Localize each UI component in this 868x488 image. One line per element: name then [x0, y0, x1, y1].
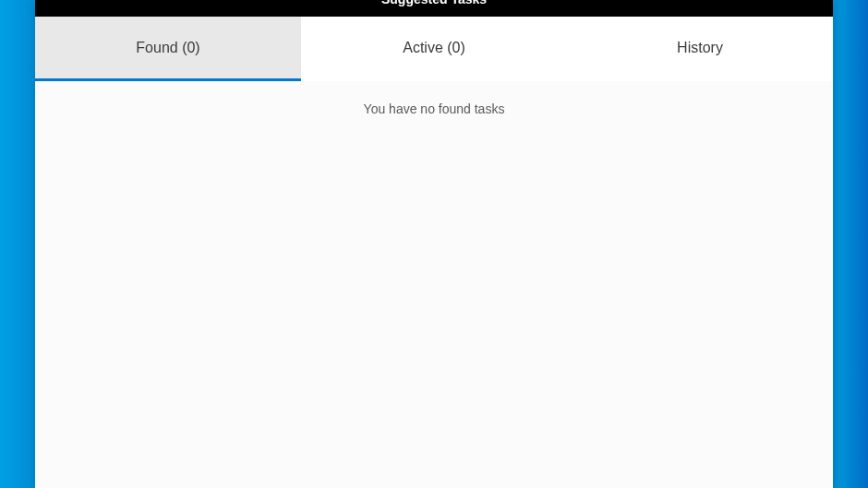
tab-history-label: History — [677, 40, 723, 56]
tab-active[interactable]: Active (0) — [301, 17, 567, 81]
content-area: You have no found tasks — [35, 81, 833, 488]
app-window: Suggested Tasks Found (0) Active (0) His… — [35, 0, 833, 488]
tab-history[interactable]: History — [567, 17, 833, 81]
titlebar: Suggested Tasks — [35, 0, 833, 17]
window-title: Suggested Tasks — [381, 0, 487, 6]
tab-found-label: Found (0) — [136, 40, 199, 56]
tab-bar: Found (0) Active (0) History — [35, 17, 833, 81]
tab-found[interactable]: Found (0) — [35, 17, 301, 81]
empty-state-message: You have no found tasks — [364, 101, 505, 488]
tab-active-label: Active (0) — [403, 40, 465, 56]
